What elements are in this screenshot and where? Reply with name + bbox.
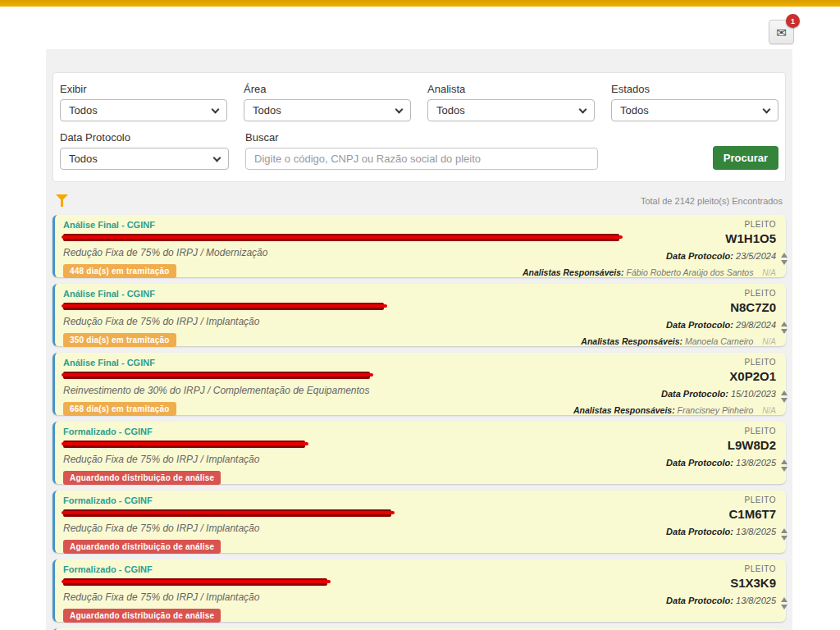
content-wrapper: Exibir Todos Área Todos Analista Todos [46, 49, 792, 630]
chevron-down-icon [763, 105, 771, 113]
filter-exibir: Exibir Todos [60, 83, 227, 121]
pleito-list: Análise Final - CGINF Redução Fixa de 75… [52, 215, 786, 622]
card-right-column: PLEITO W1H1O5 Data Protocolo: 23/5/2024 … [523, 220, 776, 277]
filter-panel: Exibir Todos Área Todos Analista Todos [52, 72, 786, 182]
card-spinner [781, 390, 788, 403]
pleito-card[interactable]: Formalizado - CGINF Redução Fixa de 75% … [52, 422, 786, 484]
filter-area: Área Todos [244, 83, 411, 121]
top-accent-bar [0, 0, 840, 7]
analysts-value: Manoela Carneiro [685, 336, 753, 346]
pleito-card[interactable]: Formalizado - CGINF Redução Fixa de 75% … [52, 491, 786, 553]
analista-select-value: Todos [436, 104, 465, 116]
estados-select-value: Todos [620, 104, 649, 116]
exibir-select-value: Todos [69, 104, 98, 116]
pleito-card[interactable]: Análise Final - CGINF Redução Fixa de 75… [52, 215, 786, 277]
pleito-label: PLEITO [581, 289, 776, 298]
card-right-column: PLEITO X0P2O1 Data Protocolo: 15/10/2023… [573, 358, 776, 415]
exibir-select[interactable]: Todos [60, 99, 227, 121]
card-spinner [781, 253, 788, 265]
card-status-badge: 350 dia(s) em tramitação [63, 333, 176, 347]
analysts-label: Analistas Responsáveis: [523, 267, 624, 277]
spinner-down-icon[interactable] [781, 398, 788, 403]
card-status-badge: Aguardando distribuição de análise [63, 609, 221, 623]
card-spinner [781, 597, 788, 609]
card-right-column: PLEITO L9W8D2 Data Protocolo: 13/8/2025 [666, 427, 776, 468]
protocol-date-row: Data Protocolo: 29/8/2024 [581, 320, 776, 330]
page-header: ✉ 1 [0, 7, 840, 49]
pleito-code: L9W8D2 [666, 438, 776, 452]
card-status-badge: Aguardando distribuição de análise [63, 471, 221, 485]
protocol-date-row: Data Protocolo: 13/8/2025 [666, 596, 776, 605]
redacted-company-name [63, 509, 391, 517]
spinner-down-icon[interactable] [781, 605, 788, 609]
spinner-down-icon[interactable] [781, 329, 788, 334]
protocol-date-value: 29/8/2024 [736, 320, 776, 330]
protocol-date-row: Data Protocolo: 23/5/2024 [523, 251, 776, 261]
pleito-label: PLEITO [523, 220, 776, 229]
chevron-down-icon [579, 105, 587, 113]
area-select[interactable]: Todos [244, 99, 411, 121]
redacted-company-name [63, 578, 327, 586]
redacted-company-name [63, 441, 305, 448]
card-right-column: PLEITO C1M6T7 Data Protocolo: 13/8/2025 [666, 495, 776, 536]
pleito-code: X0P2O1 [573, 369, 776, 383]
analysts-na: N/A [762, 406, 776, 415]
card-spinner [781, 459, 788, 472]
card-status-badge: 448 dia(s) em tramitação [63, 264, 176, 278]
analysts-row: Analistas Responsáveis: Francisney Pinhe… [573, 405, 776, 415]
card-right-column: PLEITO N8C7Z0 Data Protocolo: 29/8/2024 … [581, 289, 776, 346]
chevron-down-icon [213, 153, 221, 162]
results-meta-row: Total de 2142 pleito(s) Encontrados [52, 182, 786, 215]
analysts-na: N/A [762, 337, 776, 346]
protocol-date-row: Data Protocolo: 15/10/2023 [573, 389, 776, 399]
spinner-up-icon[interactable] [781, 528, 788, 533]
pleito-card[interactable]: Formalizado - CGINF Redução Fixa de 75% … [52, 559, 786, 622]
filter-buscar: Buscar [245, 131, 598, 170]
results-total: Total de 2142 pleito(s) Encontrados [641, 196, 783, 206]
pleito-card[interactable]: Análise Final - CGINF Redução Fixa de 75… [52, 284, 786, 346]
pleito-label: PLEITO [666, 495, 776, 504]
notification-badge: 1 [786, 14, 800, 28]
protocol-date-label: Data Protocolo: [661, 389, 728, 399]
protocol-date-label: Data Protocolo: [666, 251, 733, 261]
spinner-down-icon[interactable] [781, 260, 788, 265]
spinner-up-icon[interactable] [781, 322, 788, 326]
protocol-date-label: Data Protocolo: [666, 458, 733, 468]
pleito-card[interactable]: Análise Final - CGINF Reinvestimento de … [52, 353, 786, 415]
search-input[interactable] [245, 148, 598, 170]
pleito-label: PLEITO [666, 427, 776, 436]
area-select-value: Todos [253, 104, 281, 116]
pleito-code: S1X3K9 [666, 576, 776, 590]
protocol-date-value: 13/8/2025 [736, 596, 776, 605]
protocol-date-value: 15/10/2023 [731, 389, 776, 399]
card-status-badge: 668 dia(s) em tramitação [63, 402, 176, 416]
card-spinner [781, 528, 788, 541]
data-protocolo-select[interactable]: Todos [60, 148, 229, 170]
estados-select[interactable]: Todos [611, 99, 778, 121]
protocol-date-row: Data Protocolo: 13/8/2025 [666, 458, 776, 468]
spinner-down-icon[interactable] [781, 536, 788, 541]
redacted-company-name [63, 303, 384, 310]
card-spinner [781, 322, 788, 334]
analysts-row: Analistas Responsáveis: Manoela Carneiro… [581, 336, 776, 346]
analysts-na: N/A [762, 268, 776, 277]
analysts-value: Fábio Roberto Araújo dos Santos [627, 267, 754, 277]
spinner-down-icon[interactable] [781, 467, 788, 472]
filter-funnel-icon[interactable] [56, 194, 68, 207]
spinner-up-icon[interactable] [781, 390, 788, 395]
pleito-label: PLEITO [573, 358, 776, 367]
card-status-badge: Aguardando distribuição de análise [63, 540, 221, 554]
messages-button[interactable]: ✉ 1 [769, 20, 794, 44]
search-button[interactable]: Procurar [713, 146, 778, 170]
spinner-up-icon[interactable] [781, 597, 788, 602]
spinner-up-icon[interactable] [781, 459, 788, 464]
pleito-code: C1M6T7 [666, 507, 776, 521]
filter-label-buscar: Buscar [245, 131, 598, 144]
filter-label-exibir: Exibir [60, 83, 227, 95]
redacted-company-name [63, 372, 370, 379]
analista-select[interactable]: Todos [427, 99, 595, 121]
filter-estados: Estados Todos [611, 83, 778, 121]
spinner-up-icon[interactable] [781, 253, 788, 258]
pleito-label: PLEITO [666, 564, 776, 573]
filter-analista: Analista Todos [427, 83, 595, 121]
